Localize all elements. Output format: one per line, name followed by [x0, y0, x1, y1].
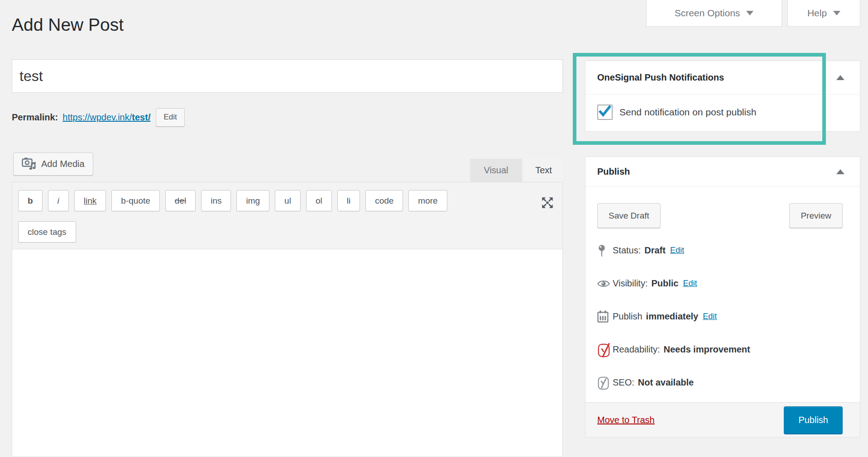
publish-button[interactable]: Publish: [784, 406, 843, 434]
calendar-icon: [597, 310, 613, 323]
quicktag-ol-button[interactable]: ol: [306, 190, 332, 211]
add-media-button[interactable]: Add Media: [13, 152, 93, 176]
quicktag-ins-button[interactable]: ins: [201, 190, 231, 211]
visibility-row: Visibility: Public Edit: [597, 267, 851, 300]
quicktag-italic-button[interactable]: i: [48, 190, 69, 211]
publish-panel: Publish Save Draft Preview Status: Draft: [585, 157, 860, 438]
quicktag-bquote-button[interactable]: b-quote: [111, 190, 159, 211]
help-button[interactable]: Help: [787, 0, 860, 27]
fullscreen-expand-icon: [540, 205, 555, 211]
onesignal-checkbox[interactable]: [597, 105, 613, 120]
tab-visual[interactable]: Visual: [470, 159, 522, 182]
pin-icon: [597, 244, 613, 257]
screen-options-label: Screen Options: [675, 8, 740, 19]
move-to-trash-link[interactable]: Move to Trash: [597, 415, 655, 425]
edit-schedule-link[interactable]: Edit: [703, 312, 717, 321]
onesignal-panel: OneSignal Push Notifications Send notifi…: [585, 61, 860, 132]
quicktag-code-button[interactable]: code: [365, 190, 403, 211]
status-row: Status: Draft Edit: [597, 234, 851, 267]
tab-text[interactable]: Text: [524, 159, 563, 182]
help-label: Help: [807, 8, 827, 19]
onesignal-panel-title: OneSignal Push Notifications: [597, 72, 724, 83]
permalink-link[interactable]: https://wpdev.ink/test/: [62, 112, 150, 123]
caret-down-icon: [833, 11, 840, 15]
edit-visibility-link[interactable]: Edit: [683, 279, 697, 288]
quicktag-ul-button[interactable]: ul: [275, 190, 301, 211]
permalink-url-slug: test/: [132, 112, 150, 122]
publish-panel-footer: Move to Trash Publish: [585, 402, 860, 437]
caret-up-icon: [836, 169, 844, 174]
quicktag-img-button[interactable]: img: [236, 190, 269, 211]
post-title-input[interactable]: [12, 59, 563, 93]
publish-panel-title: Publish: [597, 167, 630, 177]
permalink-edit-button[interactable]: Edit: [156, 108, 184, 127]
quicktag-del-button[interactable]: del: [165, 190, 196, 211]
quicktag-link-button[interactable]: link: [74, 190, 106, 211]
fullscreen-button[interactable]: [540, 195, 555, 211]
eye-icon: [597, 279, 613, 288]
quicktag-bold-button[interactable]: b: [18, 190, 43, 211]
quicktag-li-button[interactable]: li: [337, 190, 360, 211]
page-title: Add New Post: [12, 15, 124, 35]
permalink-url-base: https://wpdev.ink/: [62, 112, 132, 122]
media-icon: [22, 157, 37, 171]
save-draft-button[interactable]: Save Draft: [597, 203, 661, 228]
add-media-label: Add Media: [41, 159, 85, 169]
preview-button[interactable]: Preview: [789, 203, 843, 228]
onesignal-checkbox-label: Send notification on post publish: [619, 107, 756, 118]
quicktag-more-button[interactable]: more: [408, 190, 447, 211]
yoast-red-icon: [597, 342, 613, 358]
quicktags-toolbar: b i link b-quote del ins img ul ol li co…: [18, 190, 447, 211]
caret-up-icon: [836, 75, 844, 80]
schedule-row: Publish immediately Edit: [597, 300, 851, 333]
seo-row: SEO: Not available: [597, 366, 851, 399]
onesignal-toggle-button[interactable]: [834, 72, 847, 83]
caret-down-icon: [746, 11, 753, 15]
permalink: Permalink: https://wpdev.ink/test/ Edit: [12, 107, 185, 127]
permalink-label: Permalink:: [12, 112, 58, 123]
text-editor: b i link b-quote del ins img ul ol li co…: [12, 182, 563, 457]
edit-status-link[interactable]: Edit: [670, 246, 684, 255]
post-content-area[interactable]: [12, 249, 562, 457]
checkmark-icon: [598, 105, 612, 117]
wordpress-add-new-post-page: Screen Options Help Add New Post Permali…: [0, 0, 868, 457]
quicktag-close-tags-button[interactable]: close tags: [18, 221, 76, 243]
screen-options-button[interactable]: Screen Options: [646, 0, 782, 27]
readability-row: Readability: Needs improvement: [597, 333, 851, 366]
publish-toggle-button[interactable]: [834, 167, 847, 177]
yoast-gray-icon: [597, 375, 613, 390]
